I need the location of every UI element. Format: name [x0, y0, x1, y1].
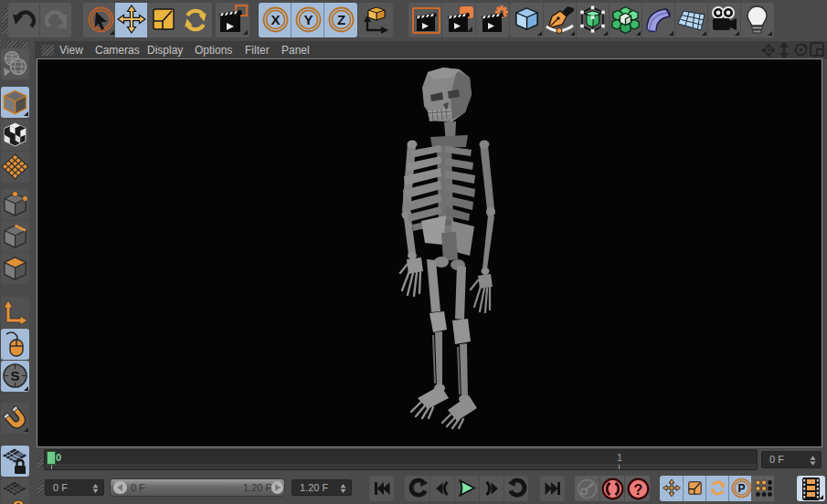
svg-text:?: ?	[634, 482, 643, 498]
svg-text:P: P	[737, 482, 745, 495]
svg-text:X: X	[270, 12, 280, 27]
svg-text:S: S	[10, 368, 19, 383]
svg-text:Y: Y	[303, 12, 313, 27]
svg-text:Z: Z	[337, 12, 345, 27]
